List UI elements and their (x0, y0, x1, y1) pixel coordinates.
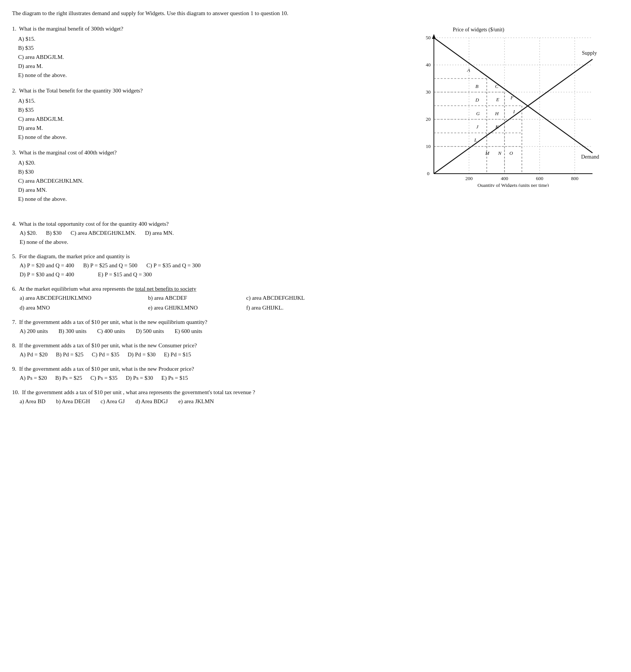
svg-text:O: O (509, 150, 513, 156)
question-3: 3. What is the marginal cost of 400th wi… (12, 148, 400, 203)
svg-text:50: 50 (426, 35, 431, 40)
svg-text:Supply: Supply (582, 50, 597, 56)
svg-text:400: 400 (501, 176, 508, 181)
question-6: 6. At the market equilibrium what area r… (12, 284, 619, 312)
svg-text:Price of widgets ($/unit): Price of widgets ($/unit) (453, 27, 504, 33)
question-8: 8. If the government adds a tax of $10 p… (12, 341, 619, 359)
svg-text:G: G (476, 111, 480, 116)
intro-text: The diagram to the right illustrates dem… (12, 9, 619, 18)
question-4: 4. What is the total opportunity cost of… (12, 219, 619, 247)
svg-text:20: 20 (426, 116, 431, 122)
svg-text:Demand: Demand (581, 154, 599, 160)
question-5: 5. For the diagram, the market price and… (12, 252, 619, 279)
svg-text:C: C (495, 83, 498, 89)
question-7: 7. If the government adds a tax of $10 p… (12, 318, 619, 336)
question-10: 10. If the government adds a tax of $10 … (12, 388, 619, 406)
svg-text:Quantity of Widgets (units per: Quantity of Widgets (units per time) (478, 182, 549, 187)
svg-text:A: A (467, 67, 470, 73)
svg-text:30: 30 (426, 89, 431, 95)
svg-text:J: J (476, 124, 479, 129)
svg-text:H: H (495, 111, 499, 116)
svg-text:40: 40 (426, 62, 431, 68)
svg-text:800: 800 (571, 176, 579, 181)
question-9: 9. If the government adds a tax of $10 p… (12, 364, 619, 382)
svg-text:10: 10 (426, 143, 431, 149)
svg-text:B: B (475, 83, 478, 89)
supply-demand-chart: Price of widgets ($/unit) (407, 25, 619, 211)
question-1: 1. What is the marginal benefit of 300th… (12, 25, 400, 80)
svg-line-24 (434, 59, 592, 174)
svg-text:F: F (510, 95, 514, 100)
svg-text:600: 600 (536, 176, 543, 181)
svg-text:L: L (474, 137, 477, 143)
lower-questions: 4. What is the total opportunity cost of… (12, 219, 619, 406)
svg-text:N: N (498, 150, 502, 156)
svg-text:0: 0 (427, 171, 430, 176)
svg-text:D: D (475, 97, 479, 103)
svg-text:I: I (513, 109, 515, 114)
svg-text:K: K (495, 124, 499, 129)
svg-text:E: E (496, 97, 499, 102)
svg-text:M: M (485, 150, 490, 156)
svg-text:200: 200 (465, 176, 473, 181)
question-2: 2. What is the Total benefit for the qua… (12, 86, 400, 142)
